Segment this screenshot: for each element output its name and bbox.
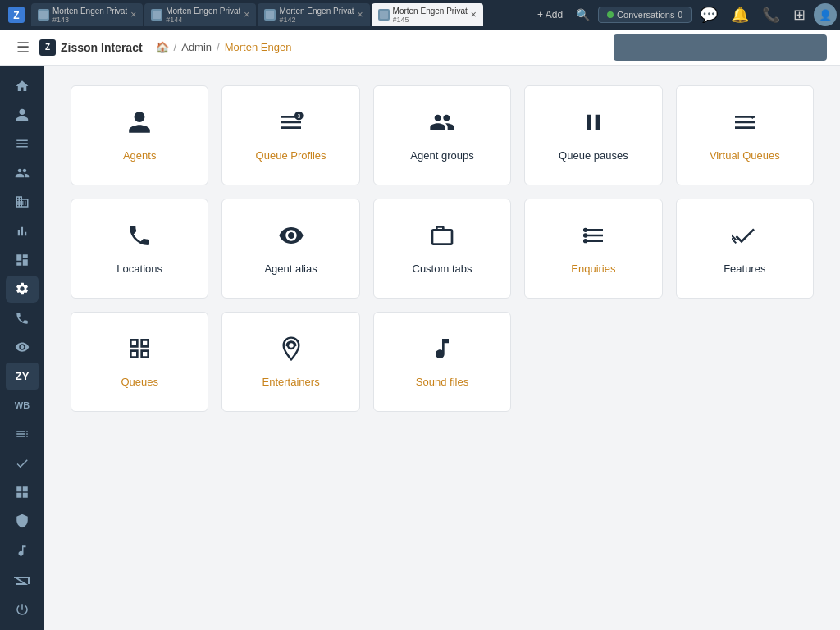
tab-145[interactable]: Morten Engen Privat #145 × (372, 3, 483, 26)
sidebar-item-settings[interactable] (6, 276, 39, 303)
sidebar-item-listview[interactable] (6, 421, 39, 448)
conversations-button[interactable]: Conversations 0 (598, 7, 692, 23)
card-agents[interactable]: Agents (71, 85, 208, 185)
search-button[interactable]: 🔍 (571, 5, 595, 25)
sidebar-item-music[interactable] (6, 536, 39, 564)
sidebar-item-org[interactable] (6, 189, 39, 216)
tab-title-142: Morten Engen Privat #142 (279, 7, 354, 24)
entertainers-icon (278, 336, 304, 366)
apps-button[interactable]: ⊞ (788, 2, 810, 27)
cards-row-2: Locations Agent alias Custom tabs (71, 199, 814, 299)
breadcrumb: 🏠 / Admin / Morten Engen (156, 41, 292, 53)
tab-close-144[interactable]: × (244, 9, 249, 21)
queues-icon (126, 336, 153, 366)
custom-tabs-icon (429, 222, 455, 253)
queue-pauses-label: Queue pauses (559, 149, 628, 162)
menu-button[interactable]: ☰ (13, 35, 33, 60)
locations-icon (126, 222, 153, 253)
custom-tabs-label: Custom tabs (413, 262, 472, 275)
virtual-queues-icon (732, 109, 758, 139)
sidebar-item-wb[interactable]: WB (6, 391, 39, 418)
card-entertainers[interactable]: Entertainers (221, 312, 359, 412)
status-dot (607, 11, 614, 18)
tab-icon-144 (151, 9, 162, 21)
chat-button[interactable]: 💬 (695, 2, 723, 27)
sidebar-item-zisson[interactable]: ZY (6, 363, 39, 390)
agent-alias-icon (278, 222, 304, 253)
tab-bar: Z Morten Engen Privat #143 × Morten Enge… (0, 0, 840, 30)
tab-actions: + Add 🔍 Conversations 0 💬 🔔 📞 ⊞ 👤 (532, 2, 837, 27)
agent-alias-label: Agent alias (264, 262, 317, 275)
card-queue-profiles[interactable]: 3 Queue Profiles (221, 85, 359, 185)
brand-logo: Z (39, 39, 56, 56)
tab-143[interactable]: Morten Engen Privat #143 × (31, 3, 143, 26)
sidebar-item-grid[interactable] (6, 478, 39, 505)
sidebar-item-list[interactable] (6, 130, 39, 158)
sidebar: ZY WB (0, 66, 44, 630)
sidebar-item-groups[interactable] (6, 159, 39, 186)
svg-rect-8 (432, 230, 452, 244)
card-agent-alias[interactable]: Agent alias (221, 199, 359, 299)
card-queues[interactable]: Queues (71, 312, 208, 412)
sound-files-label: Sound files (416, 376, 468, 388)
queues-label: Queues (121, 376, 158, 388)
svg-rect-4 (266, 11, 274, 19)
queue-profiles-icon: 3 (278, 109, 304, 139)
tab-icon-145 (378, 9, 390, 21)
sidebar-item-eye[interactable] (6, 333, 39, 360)
svg-point-11 (583, 239, 587, 243)
card-sound-files[interactable]: Sound files (373, 312, 511, 412)
breadcrumb-sep-1: / (174, 41, 177, 53)
enquiries-label: Enquiries (571, 262, 615, 275)
svg-rect-3 (153, 11, 161, 19)
tab-close-142[interactable]: × (358, 9, 363, 21)
phone-button[interactable]: 📞 (757, 2, 785, 27)
tab-close-143[interactable]: × (130, 9, 136, 21)
sidebar-item-home[interactable] (6, 72, 39, 99)
home-icon[interactable]: 🏠 (156, 41, 169, 53)
bell-button[interactable]: 🔔 (726, 2, 754, 27)
tab-title-143: Morten Engen Privat #143 (52, 7, 127, 24)
tab-144[interactable]: Morten Engen Privat #144 × (144, 3, 256, 26)
card-enquiries[interactable]: Enquiries (524, 199, 662, 299)
wb-icon: WB (15, 400, 30, 410)
svg-text:Z: Z (13, 10, 19, 21)
breadcrumb-admin[interactable]: Admin (181, 41, 212, 53)
svg-rect-2 (39, 11, 48, 19)
card-features[interactable]: Features (676, 199, 814, 299)
sidebar-item-dashboard[interactable] (6, 246, 39, 273)
sidebar-item-phone[interactable] (6, 304, 39, 331)
sound-files-icon (429, 336, 455, 366)
sidebar-item-check[interactable] (6, 450, 39, 477)
cards-row-3: Queues Entertainers Sound files (71, 312, 814, 412)
main-content: Agents 3 Queue Profiles Agent groups (44, 66, 840, 630)
card-agent-groups[interactable]: Agent groups (373, 85, 511, 185)
card-queue-pauses[interactable]: Queue pauses (524, 85, 662, 185)
svg-text:3: 3 (297, 113, 300, 119)
card-locations[interactable]: Locations (71, 199, 208, 299)
breadcrumb-sep-2: / (217, 41, 220, 53)
virtual-queues-label: Virtual Queues (710, 149, 780, 162)
card-custom-tabs[interactable]: Custom tabs (373, 199, 511, 299)
enquiries-icon (580, 222, 606, 253)
cards-row-1: Agents 3 Queue Profiles Agent groups (71, 85, 814, 185)
tab-close-145[interactable]: × (471, 9, 477, 21)
user-avatar[interactable]: 👤 (814, 3, 837, 26)
tab-title-144: Morten Engen Privat #144 (166, 7, 240, 24)
sidebar-item-power[interactable] (6, 596, 39, 623)
svg-point-9 (583, 228, 587, 232)
sidebar-item-shield[interactable] (6, 508, 39, 535)
agents-icon (126, 109, 153, 139)
card-virtual-queues[interactable]: Virtual Queues (676, 85, 814, 185)
features-label: Features (724, 262, 765, 275)
tab-142[interactable]: Morten Engen Privat #142 × (258, 3, 369, 26)
sidebar-item-users[interactable] (6, 101, 39, 128)
queue-profiles-label: Queue Profiles (256, 149, 326, 162)
tab-icon-143 (38, 9, 49, 21)
sidebar-item-zisson-logo[interactable] (6, 567, 39, 594)
sidebar-item-stats[interactable] (6, 217, 39, 244)
add-tab-button[interactable]: + Add (532, 6, 568, 24)
tab-icon-142 (264, 9, 276, 21)
queue-pauses-icon (580, 109, 606, 139)
zisson-icon: ZY (16, 370, 30, 382)
